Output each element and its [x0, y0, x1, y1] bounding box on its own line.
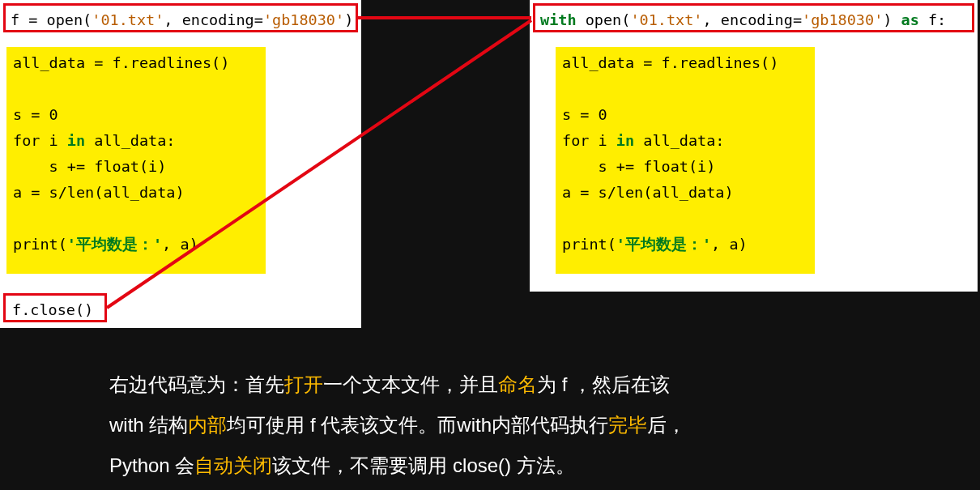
- right-body-code: all_data = f.readlines() s = 0for i in a…: [562, 50, 808, 258]
- right-open-code: with open('01.txt', encoding='gb18030') …: [540, 11, 946, 28]
- explain-line-1: 右边代码意为：首先打开一个文本文件，并且命名为 f ，然后在该: [109, 364, 919, 405]
- left-body-code: all_data = f.readlines() s = 0for i in a…: [13, 50, 259, 258]
- explanation-text: 右边代码意为：首先打开一个文本文件，并且命名为 f ，然后在该 with 结构内…: [109, 364, 919, 486]
- right-body-box: all_data = f.readlines() s = 0for i in a…: [556, 47, 815, 274]
- left-open-box: f = open('01.txt', encoding='gb18030'): [3, 3, 358, 32]
- right-open-box: with open('01.txt', encoding='gb18030') …: [533, 3, 974, 32]
- explain-line-2: with 结构内部均可使用 f 代表该文件。而with内部代码执行完毕后，: [109, 405, 919, 445]
- left-body-box: all_data = f.readlines() s = 0for i in a…: [6, 47, 266, 274]
- left-code-panel: f = open('01.txt', encoding='gb18030') a…: [0, 0, 361, 328]
- explain-line-3: Python 会自动关闭该文件，不需要调用 close() 方法。: [109, 445, 919, 486]
- left-close-box: f.close(): [3, 293, 107, 322]
- right-code-panel: with open('01.txt', encoding='gb18030') …: [530, 0, 978, 292]
- left-open-code: f = open('01.txt', encoding='gb18030'): [11, 11, 353, 28]
- left-close-code: f.close(): [12, 301, 93, 318]
